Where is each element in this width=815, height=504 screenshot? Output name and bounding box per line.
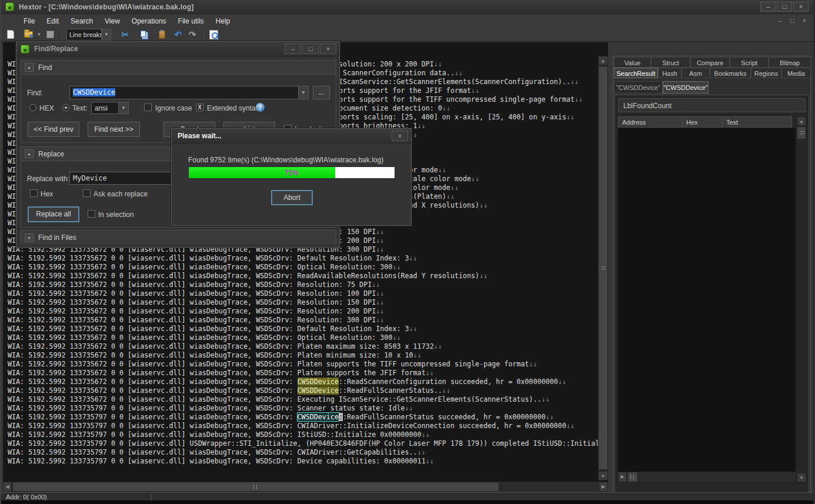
hex-radio-label[interactable]: HEX [39, 104, 54, 112]
find-input[interactable]: CWSDDevice [69, 86, 299, 99]
column-header-text[interactable]: Text [723, 116, 792, 128]
close-button[interactable]: × [793, 2, 809, 12]
log-line: WIA: 5192.5992 133735672 0 0 [wiaservc.d… [8, 378, 598, 386]
open-file-button[interactable] [21, 28, 35, 41]
open-file-dropdown[interactable]: ▼ [35, 28, 43, 41]
cut-button[interactable]: ✂ [118, 28, 132, 41]
replace-with-label: Replace with: [27, 175, 69, 183]
find-button[interactable] [206, 28, 221, 41]
tab-struct[interactable]: Struct [651, 57, 690, 68]
extended-syntax-label[interactable]: Extended syntax [207, 104, 259, 112]
wait-dialog-titlebar[interactable]: Please wait... × [172, 129, 411, 143]
ask-each-replace-checkbox[interactable] [83, 189, 91, 197]
replace-in-selection-checkbox[interactable] [88, 210, 95, 218]
maximize-button[interactable]: □ [777, 2, 792, 12]
mdi-restore-button[interactable]: □ [790, 16, 794, 25]
mdi-minimize-button[interactable]: – [779, 16, 782, 25]
text-radio-label[interactable]: Text: [72, 104, 87, 112]
tab-value[interactable]: Value [614, 57, 651, 68]
menu-search[interactable]: Search [65, 15, 99, 27]
minimize-button[interactable]: – [760, 2, 776, 12]
hex-radio[interactable] [29, 104, 36, 111]
linebreak-icon: ↓↓ [376, 289, 384, 298]
result-tab-cwsddevice[interactable]: "CWSDDevice" [663, 81, 709, 94]
editor-vscroll-thumb[interactable] [598, 66, 608, 470]
line-breaks-select[interactable]: Line breaks ▼ [66, 29, 111, 41]
tab-script[interactable]: Script [730, 57, 769, 68]
find-more-button[interactable]: ... [313, 86, 330, 99]
scroll-down-button[interactable]: ▼ [797, 473, 806, 482]
find-next-button[interactable]: Find next >> [88, 122, 140, 137]
results-hscrollbar[interactable]: ◀ ▶ [618, 472, 796, 482]
replace-all-button[interactable]: Replace all [28, 206, 79, 222]
editor-hscrollbar[interactable]: ◀ ▶ [3, 482, 608, 492]
wait-close-button[interactable]: × [392, 131, 408, 141]
save-button[interactable] [43, 28, 57, 41]
redo-button[interactable]: ↷ [185, 28, 199, 41]
copy-button[interactable] [137, 28, 151, 41]
results-table-body[interactable] [618, 128, 796, 472]
help-icon[interactable]: ? [256, 103, 265, 112]
linebreak-icon: ↓↓ [546, 413, 554, 421]
scroll-down-button[interactable]: ▼ [598, 471, 608, 480]
scroll-up-button[interactable]: ▲ [598, 56, 608, 65]
abort-button[interactable]: Abort [271, 190, 313, 205]
dialog-maximize-button[interactable]: □ [302, 44, 319, 54]
ignore-case-label[interactable]: Ignore case [155, 104, 192, 112]
menu-help[interactable]: Help [210, 15, 236, 27]
ignore-case-checkbox[interactable] [144, 104, 152, 111]
chevron-down-icon[interactable]: ▼ [102, 29, 111, 41]
log-line: WIA: 5192.5992 133735797 0 0 [wiaservc.d… [8, 413, 598, 422]
current-search-match: CWSDDevice [298, 413, 339, 421]
scroll-left-button[interactable]: ◀ [3, 482, 12, 492]
replace-in-selection-label[interactable]: In selection [98, 211, 134, 219]
find-dialog-title: Find/Replace [34, 45, 78, 53]
find-dialog-titlebar[interactable]: Find/Replace – □ × [16, 42, 339, 56]
scroll-up-button[interactable]: ▲ [797, 116, 806, 126]
menu-operations[interactable]: Operations [126, 15, 172, 27]
scroll-right-button[interactable]: ▶ [599, 482, 608, 492]
find-prev-button[interactable]: << Find prev [28, 122, 79, 137]
results-vscrollbar[interactable]: ▲ ▼ [797, 116, 807, 482]
ask-each-replace-label[interactable]: Ask each replace [93, 190, 148, 198]
tab-hash[interactable]: Hash [658, 68, 682, 78]
extended-syntax-checkbox[interactable]: X [196, 104, 203, 111]
menu-file-utils[interactable]: File utils [172, 15, 210, 27]
text-radio[interactable] [62, 104, 69, 111]
paste-button[interactable] [155, 28, 169, 41]
log-line: WIA: 5192.5992 133735672 0 0 [wiaservc.d… [8, 325, 598, 333]
replace-hex-label[interactable]: Hex [41, 190, 53, 198]
dialog-minimize-button[interactable]: – [285, 44, 301, 54]
tab-bitmap[interactable]: Bitmap [769, 57, 811, 68]
collapse-down-icon[interactable]: ▼ [25, 233, 34, 242]
menu-view[interactable]: View [99, 15, 126, 27]
dialog-close-button[interactable]: × [320, 44, 336, 54]
tab-bookmarks[interactable]: Bookmarks [710, 68, 751, 78]
linebreak-icon: ↓↓ [372, 281, 380, 289]
tab-asm[interactable]: Asm [682, 68, 710, 78]
tab-compare[interactable]: Compare [690, 57, 730, 68]
tab-regions[interactable]: Regions [751, 68, 781, 78]
encoding-dropdown[interactable]: ▼ [118, 102, 129, 114]
menu-file[interactable]: File [18, 15, 41, 27]
column-header-hex[interactable]: Hex [683, 116, 723, 128]
toolbar-separator [202, 29, 203, 40]
undo-button[interactable]: ↶ [171, 28, 185, 41]
tab-searchresult[interactable]: SearchResult [614, 68, 658, 78]
mdi-close-button[interactable]: × [803, 16, 806, 25]
editor-vscrollbar[interactable]: ▲ ▼ [598, 56, 608, 480]
results-vscroll-thumb[interactable] [797, 126, 806, 139]
result-tab-cwsddevice[interactable]: "CWSDDevice" [614, 81, 663, 94]
menu-edit[interactable]: Edit [41, 15, 65, 27]
collapse-up-icon[interactable]: ▲ [25, 63, 34, 72]
column-header-address[interactable]: Address [618, 116, 683, 128]
results-hscroll-thumb[interactable] [627, 472, 638, 482]
replace-hex-checkbox[interactable] [30, 189, 38, 197]
encoding-select[interactable]: ansi [91, 102, 119, 114]
scroll-right-button[interactable]: ▶ [618, 472, 627, 482]
editor-hscroll-thumb[interactable] [12, 482, 499, 492]
tab-media[interactable]: Media [781, 68, 811, 78]
collapse-up-icon[interactable]: ▲ [25, 149, 34, 158]
find-history-dropdown[interactable]: ▼ [298, 86, 309, 99]
new-file-button[interactable] [4, 28, 18, 41]
